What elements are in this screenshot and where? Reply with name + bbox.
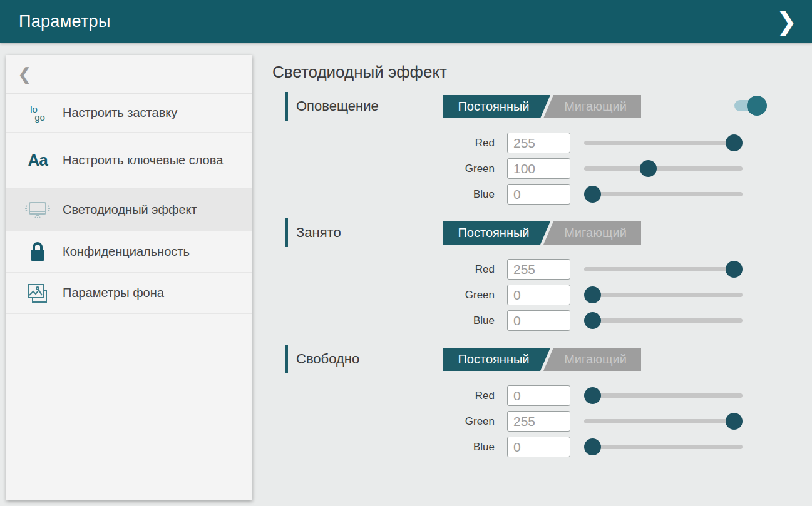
chevron-right-icon[interactable]: ❯ bbox=[772, 0, 801, 43]
blue-label: Blue bbox=[272, 315, 495, 327]
red-input[interactable] bbox=[507, 133, 570, 153]
red-slider[interactable] bbox=[584, 387, 743, 404]
chevron-left-icon: ❮ bbox=[18, 64, 32, 84]
slider-track bbox=[584, 141, 743, 145]
blue-slider[interactable] bbox=[584, 438, 743, 455]
mode-segmented-control: Постоянный Мигающий bbox=[443, 348, 641, 371]
section-busy: Занято Постоянный Мигающий Red Green bbox=[272, 218, 767, 331]
slider-track bbox=[584, 445, 743, 449]
slider-thumb[interactable] bbox=[726, 413, 743, 430]
page-title: Параметры bbox=[19, 12, 111, 31]
section-accent-bar bbox=[285, 218, 288, 247]
green-label: Green bbox=[272, 163, 495, 175]
mode-option-blinking[interactable]: Мигающий bbox=[543, 221, 641, 245]
red-slider[interactable] bbox=[584, 261, 743, 278]
mode-segmented-control: Постоянный Мигающий bbox=[443, 221, 641, 245]
green-slider[interactable] bbox=[584, 160, 743, 177]
settings-sidebar: ❮ logo Настроить заставку Aa Настроить к… bbox=[6, 55, 252, 500]
slider-thumb[interactable] bbox=[640, 160, 657, 177]
section-free: Свободно Постоянный Мигающий Red Green bbox=[272, 345, 767, 457]
red-label: Red bbox=[272, 137, 495, 149]
sidebar-item-privacy[interactable]: Конфиденциальность bbox=[6, 231, 252, 273]
slider-thumb[interactable] bbox=[584, 312, 601, 329]
slider-thumb[interactable] bbox=[726, 134, 743, 151]
green-input[interactable] bbox=[507, 158, 570, 179]
green-slider[interactable] bbox=[584, 413, 743, 430]
slider-thumb[interactable] bbox=[584, 286, 601, 303]
sidebar-item-label: Настроить заставку bbox=[63, 104, 177, 121]
green-label: Green bbox=[272, 289, 495, 301]
red-row: Red bbox=[272, 259, 767, 280]
blue-input[interactable] bbox=[507, 310, 570, 331]
sidebar-item-keywords[interactable]: Aa Настроить ключевые слова bbox=[6, 133, 252, 189]
lock-icon bbox=[21, 241, 54, 263]
led-effect-panel: Светодиодный эффект Оповещение Постоянны… bbox=[272, 55, 767, 471]
led-display-icon bbox=[21, 201, 54, 220]
section-title: Оповещение bbox=[296, 98, 379, 114]
slider-track bbox=[584, 166, 743, 171]
sidebar-back-button[interactable]: ❮ bbox=[6, 55, 252, 94]
green-row: Green bbox=[272, 158, 767, 179]
green-row: Green bbox=[272, 285, 767, 305]
green-slider[interactable] bbox=[584, 286, 743, 303]
section-accent-bar bbox=[285, 345, 288, 373]
sidebar-item-led-effect[interactable]: Светодиодный эффект bbox=[6, 189, 252, 231]
blue-label: Blue bbox=[272, 188, 495, 201]
sidebar-item-label: Настроить ключевые слова bbox=[63, 152, 223, 169]
green-label: Green bbox=[272, 415, 495, 428]
toggle-thumb bbox=[747, 96, 767, 116]
slider-thumb[interactable] bbox=[726, 261, 743, 278]
mode-option-constant[interactable]: Постоянный bbox=[443, 95, 550, 118]
section-title: Свободно bbox=[296, 351, 359, 367]
green-input[interactable] bbox=[507, 411, 570, 432]
red-input[interactable] bbox=[507, 259, 570, 280]
sidebar-item-label: Конфиденциальность bbox=[63, 243, 190, 260]
section-accent-bar bbox=[285, 92, 288, 121]
red-input[interactable] bbox=[507, 385, 570, 406]
red-row: Red bbox=[272, 133, 767, 153]
mode-option-constant[interactable]: Постоянный bbox=[443, 348, 550, 371]
slider-thumb[interactable] bbox=[584, 438, 601, 455]
mode-segmented-control: Постоянный Мигающий bbox=[443, 95, 641, 118]
slider-track bbox=[584, 393, 743, 398]
blue-slider[interactable] bbox=[584, 312, 743, 329]
background-images-icon bbox=[21, 283, 54, 304]
logo-icon: logo bbox=[21, 105, 54, 121]
blue-input[interactable] bbox=[507, 184, 570, 205]
app-header: Параметры ❯ bbox=[0, 0, 812, 43]
slider-track bbox=[584, 267, 743, 271]
blue-row: Blue bbox=[272, 184, 767, 205]
slider-track bbox=[584, 293, 743, 297]
red-row: Red bbox=[272, 385, 767, 406]
mode-option-blinking[interactable]: Мигающий bbox=[543, 348, 641, 371]
section-title: Занято bbox=[296, 225, 341, 241]
slider-thumb[interactable] bbox=[584, 387, 601, 404]
green-input[interactable] bbox=[507, 285, 570, 305]
slider-track bbox=[584, 192, 743, 196]
mode-option-blinking[interactable]: Мигающий bbox=[543, 95, 641, 118]
red-label: Red bbox=[272, 263, 495, 276]
blue-row: Blue bbox=[272, 310, 767, 331]
red-slider[interactable] bbox=[584, 134, 743, 151]
blue-label: Blue bbox=[272, 441, 495, 453]
font-aa-icon: Aa bbox=[21, 151, 54, 170]
sidebar-item-label: Светодиодный эффект bbox=[63, 201, 197, 218]
blue-slider[interactable] bbox=[584, 186, 743, 203]
panel-title: Светодиодный эффект bbox=[272, 63, 767, 82]
sidebar-item-background[interactable]: Параметры фона bbox=[6, 273, 252, 314]
blue-row: Blue bbox=[272, 437, 767, 457]
slider-track bbox=[584, 318, 743, 323]
section-notification: Оповещение Постоянный Мигающий Red Green bbox=[272, 92, 767, 205]
green-row: Green bbox=[272, 411, 767, 432]
mode-option-constant[interactable]: Постоянный bbox=[443, 221, 550, 245]
notification-toggle[interactable] bbox=[734, 96, 767, 116]
slider-thumb[interactable] bbox=[584, 186, 601, 203]
red-label: Red bbox=[272, 390, 495, 402]
sidebar-item-screensaver[interactable]: logo Настроить заставку bbox=[6, 94, 252, 133]
blue-input[interactable] bbox=[507, 437, 570, 457]
sidebar-item-label: Параметры фона bbox=[63, 285, 164, 301]
slider-track bbox=[584, 419, 743, 423]
